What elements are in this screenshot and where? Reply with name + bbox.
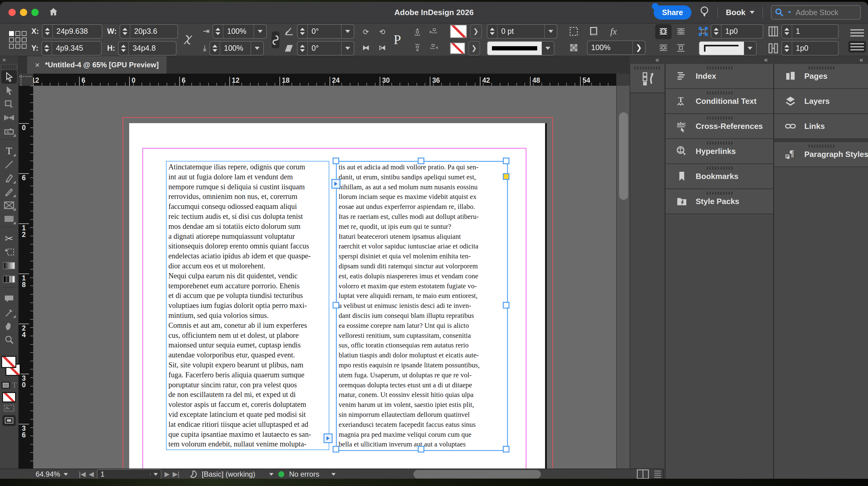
stroke-swatch-none[interactable] — [450, 42, 465, 54]
panel-button-index[interactable]: Index — [665, 64, 774, 89]
preflight-profile-dropdown[interactable]: [Basic] (working) — [202, 470, 273, 479]
columns-number-field[interactable]: 1 — [781, 24, 839, 39]
y-position-field[interactable]: 4p9.345 — [41, 41, 102, 56]
fullscreen-window-button[interactable] — [31, 9, 39, 16]
corner-radius-stepper[interactable] — [711, 25, 722, 38]
shear-angle-field[interactable]: 0° — [297, 41, 354, 56]
scale-y-stepper[interactable] — [210, 42, 220, 55]
text-frame-column-2-selected[interactable]: tis aut et adicia ad modi vollore pratio… — [336, 161, 508, 451]
note-tool[interactable] — [1, 292, 17, 305]
pen-tool[interactable] — [1, 171, 17, 185]
corner-radius-yellow-handle[interactable] — [503, 173, 509, 180]
zoom-level-dropdown[interactable]: 64.94% — [36, 470, 68, 479]
document-canvas[interactable]: Atinctatemque ilias repere, odignis que … — [33, 86, 616, 468]
panel-button-paragraph-styles[interactable]: ¶ Paragraph Styles — [774, 142, 868, 167]
height-field[interactable]: 34p4.8 — [118, 41, 177, 56]
horizontal-ruler[interactable]: 126061218243036424854 — [33, 74, 616, 86]
h-stepper[interactable] — [119, 42, 129, 55]
jump-object-button[interactable] — [673, 40, 689, 56]
panel-button-hyperlinks[interactable]: Hyperlinks — [665, 139, 774, 164]
dock-column2-collapse-button[interactable]: « — [773, 56, 868, 64]
adobe-stock-search-input[interactable]: Adobe Stock — [771, 5, 861, 20]
lightbulb-icon[interactable] — [699, 6, 710, 19]
close-tab-icon[interactable]: × — [35, 60, 39, 70]
scale-x-field[interactable]: 100% — [213, 24, 267, 39]
preflight-status-dropdown[interactable]: No errors — [289, 470, 336, 479]
vertical-ruler[interactable]: 061218243036 — [19, 86, 33, 468]
columns-stepper[interactable] — [782, 25, 792, 38]
select-previous-object-button[interactable] — [427, 25, 440, 39]
eyedropper-tool[interactable] — [1, 305, 17, 319]
panel-button-layers[interactable]: Layers — [774, 89, 868, 114]
x-stepper[interactable] — [42, 25, 53, 38]
select-next-object-button[interactable] — [427, 41, 440, 54]
direct-selection-tool[interactable] — [1, 84, 17, 97]
view-options-icon[interactable] — [4, 405, 14, 413]
document-tab[interactable]: × *Untitled-4 @ 65% [GPU Preview] — [27, 56, 166, 74]
selection-handle-top-left[interactable] — [333, 158, 339, 164]
dock-strip-collapse-button[interactable]: « — [629, 56, 664, 64]
panel-button-conditional-text[interactable]: T Conditional Text — [665, 89, 774, 114]
corner-radius-field[interactable]: 1p0 — [711, 24, 763, 39]
flip-horizontal-button[interactable]: ⧓ — [359, 41, 372, 54]
width-field[interactable]: 20p3.6 — [120, 24, 178, 39]
spread-view-icon[interactable] — [637, 469, 649, 479]
gradient-feather-tool[interactable] — [1, 272, 17, 286]
shear-dropdown[interactable] — [341, 42, 354, 55]
rectangle-tool[interactable] — [1, 212, 17, 225]
fill-swatch-none[interactable] — [450, 25, 467, 38]
constrain-dimensions-broken-link-icon[interactable] — [183, 34, 193, 46]
scissors-tool[interactable]: ✂ — [1, 232, 17, 245]
panel-button-cross-references[interactable]: abc Cross-References — [665, 114, 774, 139]
frame-tool[interactable] — [1, 198, 17, 212]
stroke-flyout-button[interactable]: ❯ — [468, 41, 480, 56]
selection-handle-middle-left[interactable] — [333, 302, 339, 308]
select-corners-dropdown[interactable] — [567, 25, 580, 38]
dock-column1-collapse-button[interactable]: « — [664, 56, 773, 64]
type-tool[interactable]: T — [1, 144, 17, 158]
fill-stroke-proxy[interactable]: ⇄ — [1, 349, 17, 378]
w-stepper[interactable] — [120, 25, 130, 38]
last-page-button[interactable]: ▶| — [173, 470, 180, 478]
scale-x-dropdown[interactable] — [253, 25, 266, 38]
zoom-tool[interactable] — [1, 333, 17, 346]
pencil-tool[interactable] — [1, 185, 17, 198]
wrap-around-bounding-box-button[interactable] — [673, 24, 689, 39]
effects-fx-dropdown[interactable]: fx — [607, 25, 620, 38]
flip-vertical-button[interactable]: ⧒ — [375, 41, 389, 54]
gradient-tool[interactable] — [1, 259, 17, 272]
gap-tool[interactable] — [1, 111, 17, 124]
home-icon[interactable] — [49, 7, 58, 18]
collapsed-panel-button[interactable] — [630, 64, 664, 93]
scale-y-dropdown[interactable] — [250, 42, 263, 55]
stroke-style-dropdown[interactable] — [487, 41, 554, 56]
previous-page-button[interactable]: ◀ — [89, 470, 94, 478]
next-page-button[interactable]: ▶ — [164, 470, 169, 478]
panel-button-pages[interactable]: Pages — [774, 64, 868, 89]
fill-flyout-button[interactable]: ❯ — [470, 24, 482, 39]
numbered-list-button[interactable] — [848, 41, 866, 53]
minimize-window-button[interactable] — [20, 9, 27, 16]
no-text-wrap-button[interactable] — [655, 24, 672, 39]
screen-mode-button[interactable] — [2, 415, 16, 426]
shear-stepper[interactable] — [298, 42, 308, 55]
rotate-counterclockwise-button[interactable]: ⟲ — [375, 25, 389, 39]
page-list-dropdown[interactable] — [150, 473, 161, 476]
ruler-origin-corner[interactable] — [19, 74, 33, 86]
selection-handle-top-center[interactable] — [418, 158, 424, 164]
rotate-clockwise-button[interactable]: ⟳ — [359, 25, 372, 39]
select-container-button[interactable] — [411, 25, 424, 39]
hand-tool[interactable] — [1, 319, 17, 333]
opacity-field[interactable]: 100% ❯ — [587, 40, 646, 55]
x-position-field[interactable]: 24p9.638 — [42, 24, 102, 39]
stroke-weight-field[interactable]: 0 pt — [487, 24, 557, 39]
text-frame-column-1[interactable]: Atinctatemque ilias repere, odignis que … — [166, 161, 329, 450]
selection-handle-bottom-right[interactable] — [503, 446, 509, 453]
tools-collapse-button[interactable]: » — [0, 56, 18, 64]
formatting-affects-container-button[interactable] — [1, 382, 10, 389]
selection-handle-middle-right[interactable] — [503, 302, 509, 308]
y-stepper[interactable] — [42, 42, 52, 55]
free-transform-tool[interactable] — [1, 245, 17, 259]
close-window-button[interactable] — [8, 9, 16, 16]
stroke-weight-stepper[interactable] — [488, 25, 498, 38]
